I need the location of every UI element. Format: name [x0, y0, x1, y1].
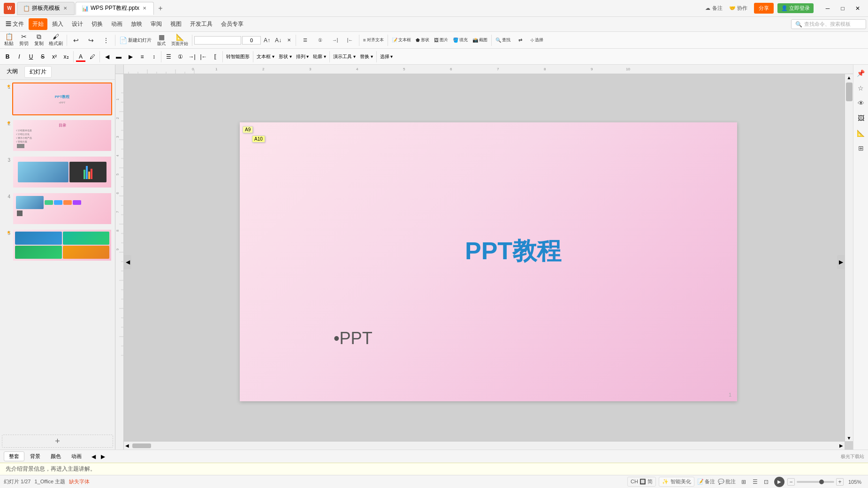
menu-home[interactable]: 开始: [29, 18, 47, 30]
zoom-slider[interactable]: [797, 481, 834, 483]
cut-btn[interactable]: ✂ 剪切: [17, 32, 31, 48]
menu-member[interactable]: 会员专享: [217, 18, 247, 30]
tab-template-close[interactable]: ✕: [62, 5, 69, 12]
zoom-out-btn[interactable]: −: [787, 478, 795, 486]
fill-btn[interactable]: 🪣 填充: [451, 36, 470, 44]
bullets-btn[interactable]: ☰: [298, 37, 312, 44]
scroll-right-btn[interactable]: ▶: [838, 443, 845, 449]
login-btn[interactable]: 👤 立即登录: [777, 3, 814, 13]
col-indent-btn[interactable]: ⟦: [210, 51, 221, 62]
picture-btn[interactable]: 🖼 图片: [432, 36, 450, 44]
outline-btn[interactable]: 轮廓 ▾: [311, 51, 328, 62]
scroll-thumb-h[interactable]: [132, 443, 151, 448]
cloud-btn[interactable]: ☁ 备注: [705, 5, 723, 12]
slide-thumb-4[interactable]: [12, 192, 112, 225]
text-tool-btn[interactable]: 📝 文本框: [390, 36, 413, 44]
note-btn[interactable]: 💬 批注: [718, 478, 736, 485]
menu-developer[interactable]: 开发工具: [186, 18, 216, 30]
tab-ppt-close[interactable]: ✕: [141, 5, 148, 12]
scroll-thumb-v[interactable]: [846, 83, 853, 101]
align-center-btn[interactable]: ▬: [113, 51, 124, 62]
view-normal[interactable]: ⊞: [739, 477, 749, 487]
screenshot-btn[interactable]: 📸 截图: [471, 36, 489, 44]
zoom-in-btn[interactable]: +: [836, 478, 844, 486]
menu-insert[interactable]: 插入: [48, 18, 67, 30]
format-painter-btn[interactable]: 🖌 格式刷: [47, 32, 65, 48]
menu-design[interactable]: 设计: [68, 18, 87, 30]
textbox-tool-btn[interactable]: 文本框 ▾: [255, 51, 276, 62]
scroll-up-btn[interactable]: ▲: [846, 74, 853, 81]
outdent-btn[interactable]: |←: [343, 37, 357, 44]
italic-btn[interactable]: I: [14, 51, 25, 62]
maximize-btn[interactable]: □: [836, 2, 849, 15]
tab-animation[interactable]: 动画: [67, 452, 86, 461]
tab-whole[interactable]: 整套: [4, 451, 24, 461]
align-text-btn[interactable]: ≡ 对齐文本: [361, 36, 386, 44]
font-color-btn[interactable]: A: [75, 51, 86, 62]
input-method-btn[interactable]: CH 🔲 简: [627, 477, 656, 487]
shape-tool-btn[interactable]: 形状 ▾: [277, 51, 294, 62]
slide-item-3[interactable]: 3: [2, 155, 113, 189]
align-left-btn[interactable]: ◀: [101, 51, 113, 62]
view-outline[interactable]: ☰: [750, 477, 760, 487]
numbered-list-btn2[interactable]: ①: [175, 51, 186, 62]
bold-btn[interactable]: B: [2, 51, 13, 62]
close-btn[interactable]: ✕: [851, 2, 864, 15]
subscript-btn[interactable]: x₂: [61, 51, 72, 62]
collapse-left-btn[interactable]: ◀: [124, 255, 131, 269]
tab-prev-btn[interactable]: ◀: [89, 452, 98, 461]
font-name-input[interactable]: [194, 36, 241, 45]
menu-animation[interactable]: 动画: [107, 18, 126, 30]
find-btn[interactable]: 🔍 查找: [494, 36, 512, 44]
justify-btn[interactable]: ≡: [137, 51, 148, 62]
menu-file[interactable]: ☰ 文件: [2, 18, 28, 30]
redo-btn[interactable]: ↪: [84, 36, 98, 45]
minimize-btn[interactable]: ─: [821, 2, 834, 15]
numbered-list-btn[interactable]: ①: [313, 37, 327, 44]
hscrollbar[interactable]: ◀ ▶: [124, 441, 845, 450]
vert-align-btn[interactable]: ↕: [148, 51, 160, 62]
scroll-left-btn[interactable]: ◀: [124, 443, 130, 449]
comment-btn[interactable]: 📝 备注: [697, 478, 715, 485]
menu-transition[interactable]: 切换: [88, 18, 107, 30]
slide-thumb-2[interactable]: 目录 √ 介绍基本信息 √ 介绍公文化 √ 展示小组产品 √ 营销方案: [12, 119, 112, 152]
slide-thumb-3[interactable]: [12, 156, 112, 188]
slide-tab[interactable]: 幻灯片: [24, 66, 52, 78]
slide-thumb-1[interactable]: PPT教程 •PPT: [12, 83, 112, 115]
menu-review[interactable]: 审阅: [147, 18, 166, 30]
ai-beautify-btn[interactable]: ✨ 智能美化: [659, 477, 694, 487]
right-panel-grid[interactable]: ⊞: [854, 142, 868, 155]
more-btn[interactable]: ⋮: [99, 36, 113, 45]
slide-thumb-5[interactable]: [12, 229, 112, 262]
underline-btn[interactable]: U: [25, 51, 37, 62]
font-size-input[interactable]: [242, 36, 261, 45]
strikethrough-btn[interactable]: S: [37, 51, 48, 62]
slide-item-2[interactable]: 2 ★ 目录 √ 介绍基本信息 √ 介绍公文化 √ 展示小组产品 √ 营销方案: [2, 118, 113, 153]
select2-btn[interactable]: 选择 ▾: [378, 51, 395, 62]
play-btn[interactable]: ▶: [774, 477, 784, 487]
right-panel-image[interactable]: 🖼: [854, 112, 868, 125]
tab-ppt[interactable]: 📊 WPS PPT教程.pptx ✕: [76, 2, 154, 15]
indent-btn[interactable]: →|: [328, 37, 342, 44]
vscrollbar[interactable]: ▲ ▼: [845, 74, 853, 441]
slide-item-1[interactable]: 1 ★ PPT教程 •PPT: [2, 82, 113, 116]
search-box[interactable]: 🔍 查找命令、搜索模板: [791, 19, 866, 29]
right-panel-star[interactable]: ☆: [854, 82, 868, 95]
shape-btn[interactable]: ⬟ 形状: [414, 36, 431, 44]
select-btn[interactable]: ⊹ 选择: [528, 36, 545, 44]
present-tool-btn[interactable]: 演示工具 ▾: [331, 51, 358, 62]
replace-tool-btn[interactable]: 替换 ▾: [358, 51, 375, 62]
tab-next-btn[interactable]: ▶: [99, 452, 107, 461]
para-outdent-btn[interactable]: |←: [198, 51, 209, 62]
tab-add-button[interactable]: +: [155, 3, 166, 14]
highlight-btn[interactable]: 🖊: [87, 51, 98, 62]
slide-item-5[interactable]: 5 ★: [2, 228, 113, 263]
collapse-right-btn[interactable]: ▶: [837, 255, 845, 269]
right-panel-eye[interactable]: 👁: [854, 97, 868, 110]
bullet-list-btn[interactable]: ☰: [163, 51, 174, 62]
collaborate-btn[interactable]: 🤝 协作: [726, 3, 750, 14]
slide-item-4[interactable]: 4: [2, 191, 113, 226]
canvas-area[interactable]: A9 A10 PPT教程 •PPT 1 ▲ ▼: [124, 74, 853, 450]
replace-btn[interactable]: ⇄: [513, 37, 527, 44]
zoom-level[interactable]: 105%: [845, 479, 864, 485]
